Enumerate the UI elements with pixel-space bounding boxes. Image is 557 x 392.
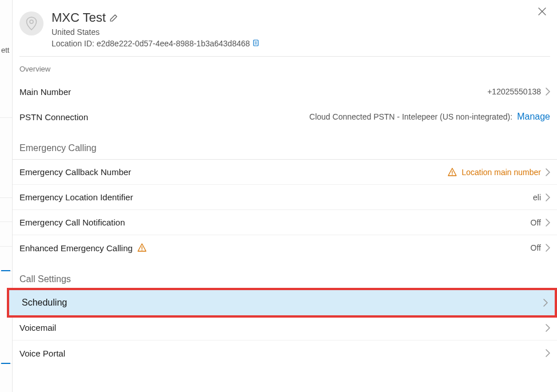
chevron-right-icon [546, 168, 550, 176]
voicemail-label: Voicemail [19, 323, 56, 332]
title-row: MXC Test [52, 10, 546, 25]
enhanced-emergency-label: Enhanced Emergency Calling [19, 243, 147, 253]
pstn-value-group: Cloud Connected PSTN - Intelepeer (US no… [309, 112, 550, 122]
emergency-notification-row[interactable]: Emergency Call Notification Off [13, 210, 557, 235]
copy-id-button[interactable] [252, 39, 260, 47]
scheduling-row[interactable]: Scheduling [9, 290, 555, 315]
stub-row [0, 251, 12, 271]
svg-point-2 [452, 174, 453, 175]
voice-portal-row[interactable]: Voice Portal [13, 340, 557, 366]
stub-row [0, 201, 12, 222]
chevron-right-icon [546, 219, 550, 227]
location-avatar [19, 11, 44, 35]
stub-row [0, 97, 12, 118]
pin-icon [26, 17, 37, 30]
main-number-row[interactable]: Main Number +12025550138 [13, 79, 557, 104]
voice-portal-label: Voice Portal [19, 349, 65, 358]
emergency-eli-value: eli [533, 193, 541, 202]
location-id-label: Location ID: [52, 39, 94, 48]
emergency-callback-value: Location main number [461, 168, 541, 177]
emergency-notification-label: Emergency Call Notification [19, 217, 125, 227]
edit-title-button[interactable] [109, 13, 118, 22]
chevron-right-icon [546, 88, 550, 96]
close-button[interactable] [538, 7, 549, 18]
location-title: MXC Test [52, 10, 106, 25]
location-detail-panel: MXC Test United States Location ID: e2d8… [13, 0, 557, 392]
call-settings-section-header: Call Settings [13, 260, 557, 290]
emergency-notification-value: Off [531, 218, 541, 227]
panel-header: MXC Test United States Location ID: e2d8… [13, 0, 557, 56]
location-country: United States [52, 27, 546, 37]
copy-icon [252, 39, 260, 47]
location-id-row: Location ID: e2d8e222-0d57-4ee4-8988-1b3… [52, 39, 546, 48]
enhanced-emergency-label-text: Enhanced Emergency Calling [19, 243, 133, 253]
pstn-connection-row: PSTN Connection Cloud Connected PSTN - I… [13, 104, 557, 129]
warning-icon [448, 168, 457, 177]
stub-row [0, 177, 12, 198]
location-id-value: e2d8e222-0d57-4ee4-8988-1b3a643d8468 [97, 39, 250, 48]
main-number-value-group: +12025550138 [487, 87, 550, 96]
background-sidebar-stub: ett [0, 0, 13, 392]
emergency-callback-label: Emergency Callback Number [19, 167, 131, 177]
chevron-right-icon [546, 349, 550, 357]
enhanced-emergency-row[interactable]: Enhanced Emergency Calling Off [13, 235, 557, 260]
header-text-block: MXC Test United States Location ID: e2d8… [52, 10, 546, 48]
main-number-label: Main Number [19, 87, 71, 97]
emergency-eli-label: Emergency Location Identifier [19, 192, 133, 202]
emergency-eli-row[interactable]: Emergency Location Identifier eli [13, 185, 557, 210]
close-icon [538, 7, 547, 16]
voicemail-row[interactable]: Voicemail [13, 315, 557, 340]
emergency-callback-value-group: Location main number [448, 168, 550, 177]
enhanced-emergency-value: Off [531, 243, 541, 252]
pstn-label: PSTN Connection [19, 112, 88, 122]
chevron-right-icon [543, 299, 548, 307]
stub-row [0, 226, 12, 247]
chevron-right-icon [546, 324, 550, 332]
emergency-section-header: Emergency Calling [13, 129, 557, 159]
svg-point-0 [30, 20, 33, 23]
enhanced-emergency-value-group: Off [531, 243, 550, 252]
scheduling-highlight: Scheduling [7, 288, 557, 318]
warning-icon [137, 243, 147, 252]
stub-text: ett [1, 46, 9, 54]
emergency-callback-row[interactable]: Emergency Callback Number Location main … [13, 160, 557, 185]
emergency-notification-value-group: Off [531, 218, 550, 227]
svg-point-3 [141, 250, 143, 251]
chevron-right-icon [546, 193, 550, 201]
pstn-manage-link[interactable]: Manage [517, 112, 550, 122]
chevron-right-icon [546, 244, 550, 252]
main-number-value: +12025550138 [487, 87, 541, 96]
stub-row [0, 343, 12, 364]
emergency-eli-value-group: eli [533, 193, 550, 202]
pstn-value: Cloud Connected PSTN - Intelepeer (US no… [309, 112, 512, 121]
scheduling-label: Scheduling [22, 298, 67, 308]
overview-section-header: Overview [13, 57, 557, 79]
pencil-icon [109, 13, 118, 22]
